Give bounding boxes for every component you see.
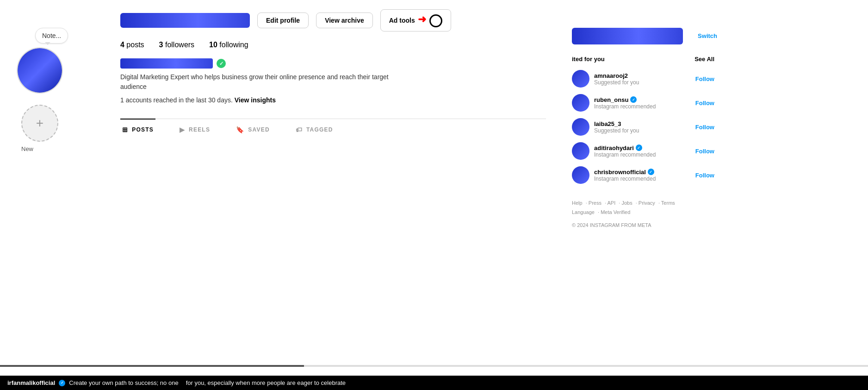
bottom-bar-username: irfanmalikofficial [7, 379, 55, 386]
user-name-row: ruben_onsu✓ [594, 96, 691, 103]
posts-stat[interactable]: 4 posts [120, 41, 144, 49]
insights-prefix: 1 accounts reached in the last 30 days. [120, 96, 233, 104]
user-avatar-small [572, 70, 589, 88]
user-info: ruben_onsu✓Instagram recommended [594, 96, 691, 110]
suggested-users-list: amnaarooj2Suggested for youFollowruben_o… [572, 70, 714, 184]
tab-saved[interactable]: 🔖 SAVED [234, 119, 272, 140]
switch-label: Switch [698, 32, 717, 39]
user-info: chrisbrownofficial✓Instagram recommended [594, 169, 691, 182]
username-display [120, 13, 250, 28]
tab-saved-label: SAVED [248, 126, 269, 133]
user-avatar-small [572, 166, 589, 184]
suggested-header: ited for you See All [572, 56, 714, 63]
stats-row: 4 posts 3 followers 10 following [120, 41, 546, 49]
footer-links-row2: Language · Meta Verified [572, 208, 714, 217]
profile-name-row: ✓ [120, 58, 546, 69]
right-sidebar: Switch ited for you See All amnaarooj2Su… [564, 0, 722, 390]
profile-header: Edit profile View archive Ad tools ➜ [120, 9, 546, 31]
footer-privacy[interactable]: Privacy [639, 200, 655, 206]
reels-tab-icon: ▶ [180, 126, 185, 133]
suggested-user-row: aditiraohydari✓Instagram recommendedFoll… [572, 142, 714, 160]
followers-stat[interactable]: 3 followers [159, 41, 195, 49]
tab-tagged[interactable]: 🏷 TAGGED [294, 119, 335, 140]
circle-icon [429, 14, 442, 27]
suggested-user-row: chrisbrownofficial✓Instagram recommended… [572, 166, 714, 184]
followers-label: followers [165, 41, 194, 49]
user-avatar-small [572, 94, 589, 112]
ad-tools-button[interactable]: Ad tools ➜ [380, 9, 452, 31]
bottom-bar-text: Create your own path to success; no one [69, 379, 178, 386]
follow-button[interactable]: Follow [695, 172, 714, 179]
user-avatar-small [572, 118, 589, 136]
follow-button[interactable]: Follow [695, 75, 714, 82]
footer-links-row: Help · Press · API · Jobs · Privacy · Te… [572, 199, 714, 208]
profile-avatar[interactable] [17, 47, 63, 94]
tab-reels-label: REELS [189, 126, 210, 133]
tab-posts[interactable]: ⊞ POSTS [120, 119, 155, 140]
note-label: Note... [42, 32, 61, 39]
new-story-label: New [21, 145, 33, 152]
posts-label: posts [126, 41, 144, 49]
username[interactable]: laiba25_3 [594, 120, 621, 127]
suggested-user-row: amnaarooj2Suggested for youFollow [572, 70, 714, 88]
ad-tools-label: Ad tools [389, 17, 415, 24]
saved-tab-icon: 🔖 [236, 126, 244, 133]
username[interactable]: chrisbrownofficial [594, 169, 646, 176]
new-story-button[interactable]: + [21, 105, 58, 142]
follow-button[interactable]: Follow [695, 100, 714, 107]
username[interactable]: amnaarooj2 [594, 72, 628, 79]
avatar-image [18, 48, 62, 93]
view-insights-link[interactable]: View insights [235, 96, 276, 104]
user-subtitle: Instagram recommended [594, 176, 691, 182]
account-bar [572, 28, 683, 44]
posts-count: 4 [120, 41, 124, 49]
user-info: amnaarooj2Suggested for you [594, 72, 691, 86]
posts-tab-icon: ⊞ [122, 126, 128, 133]
user-subtitle: Instagram recommended [594, 151, 691, 158]
footer-api[interactable]: API [607, 200, 615, 206]
bottom-notification-bar: irfanmalikofficial ✓ Create your own pat… [0, 376, 868, 390]
edit-profile-button[interactable]: Edit profile [257, 13, 309, 28]
display-name [120, 58, 213, 69]
user-name-row: chrisbrownofficial✓ [594, 169, 691, 176]
following-stat[interactable]: 10 following [209, 41, 248, 49]
footer-help[interactable]: Help [572, 200, 583, 206]
follow-button[interactable]: Follow [695, 148, 714, 155]
switch-button[interactable]: Switch [698, 32, 717, 39]
main-content: Edit profile View archive Ad tools ➜ 4 p… [102, 0, 564, 390]
see-all-link[interactable]: See All [694, 56, 714, 63]
verified-blue-icon: ✓ [636, 145, 642, 151]
verified-blue-icon: ✓ [630, 96, 637, 103]
scrollbar-thumb [0, 365, 304, 367]
tab-reels[interactable]: ▶ REELS [178, 119, 212, 140]
user-name-row: laiba25_3 [594, 120, 691, 127]
view-archive-button[interactable]: View archive [316, 13, 373, 28]
bottom-bar-verified-icon: ✓ [59, 380, 65, 386]
user-subtitle: Suggested for you [594, 127, 691, 134]
footer-terms[interactable]: Terms [661, 200, 675, 206]
note-bubble: Note... [35, 28, 68, 44]
footer-jobs[interactable]: Jobs [621, 200, 632, 206]
following-count: 10 [209, 41, 217, 49]
scrollbar-container[interactable] [0, 365, 868, 367]
footer-copyright: © 2024 INSTAGRAM FROM META [572, 221, 714, 230]
footer-language[interactable]: Language [572, 209, 595, 215]
footer-press[interactable]: Press [589, 200, 601, 206]
bottom-bar-text2: for you, especially when more people are… [186, 379, 346, 386]
following-label: following [219, 41, 248, 49]
user-info: aditiraohydari✓Instagram recommended [594, 145, 691, 158]
user-subtitle: Instagram recommended [594, 103, 691, 110]
username[interactable]: aditiraohydari [594, 145, 634, 151]
user-name-row: amnaarooj2 [594, 72, 691, 79]
suggested-title: ited for you [572, 56, 605, 63]
suggested-user-row: laiba25_3Suggested for youFollow [572, 118, 714, 136]
follow-button[interactable]: Follow [695, 124, 714, 131]
plus-icon: + [36, 117, 43, 130]
username[interactable]: ruben_onsu [594, 96, 628, 103]
bio-text: Digital Marketing Expert who helps busin… [120, 72, 407, 92]
user-avatar-small [572, 142, 589, 160]
user-name-row: aditiraohydari✓ [594, 145, 691, 151]
insights-text: 1 accounts reached in the last 30 days. … [120, 96, 546, 104]
footer-meta-verified[interactable]: Meta Verified [601, 209, 630, 215]
footer-links: Help · Press · API · Jobs · Privacy · Te… [572, 199, 714, 230]
